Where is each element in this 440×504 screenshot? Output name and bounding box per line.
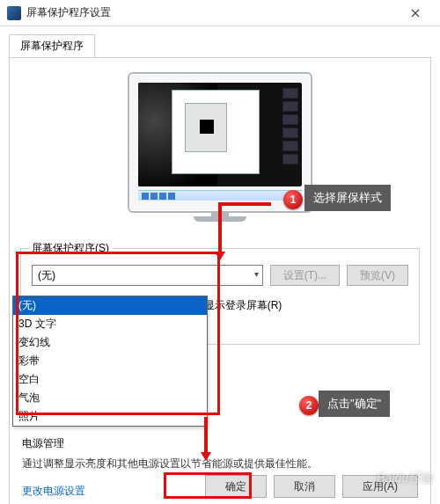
monitor-screen xyxy=(138,83,302,186)
window-title: 屏幕保护程序设置 xyxy=(26,5,398,20)
preview-taskbar xyxy=(138,190,302,201)
titlebar: 屏幕保护程序设置 xyxy=(0,0,440,26)
dropdown-option[interactable]: 照片 xyxy=(13,407,207,426)
power-link[interactable]: 更改电源设置 xyxy=(22,484,318,499)
chevron-down-icon: ▾ xyxy=(254,269,259,279)
preview-window xyxy=(172,90,260,174)
screensaver-combo[interactable]: (无) ▾ xyxy=(32,265,263,286)
preview-inner-window xyxy=(185,103,227,152)
step-badge-2: 2 xyxy=(299,396,319,415)
tab-screensaver[interactable]: 屏幕保护程序 xyxy=(9,34,95,58)
dropdown-option[interactable]: 彩带 xyxy=(13,352,207,370)
close-icon xyxy=(411,9,420,18)
dropdown-option[interactable]: 气泡 xyxy=(13,389,207,407)
preview-thumbnails xyxy=(282,88,298,164)
step-tip-1: 选择屏保样式 xyxy=(304,185,391,211)
group-legend: 屏幕保护程序(S) xyxy=(28,241,113,256)
apply-button[interactable]: 应用(A) xyxy=(342,475,418,498)
step-badge-1: 1 xyxy=(283,190,303,209)
settings-button[interactable]: 设置(T)... xyxy=(270,265,340,286)
dropdown-option[interactable]: 空白 xyxy=(13,370,207,389)
dropdown-option[interactable]: (无) xyxy=(13,296,207,315)
power-desc: 通过调整显示亮度和其他电源设置以节省能源或提供最佳性能。 xyxy=(22,457,318,471)
monitor-stand xyxy=(194,216,246,222)
app-icon xyxy=(7,6,21,20)
step-tip-2: 点击"确定" xyxy=(319,391,390,417)
dropdown-option[interactable]: 3D 文字 xyxy=(13,315,207,333)
power-heading: 电源管理 xyxy=(22,436,318,451)
preview-button[interactable]: 预览(V) xyxy=(347,265,408,286)
combo-value: (无) xyxy=(38,268,55,283)
screensaver-dropdown[interactable]: (无)3D 文字变幻线彩带空白气泡照片 xyxy=(12,296,208,427)
dropdown-option[interactable]: 变幻线 xyxy=(13,333,207,352)
monitor-preview xyxy=(128,72,312,213)
close-button[interactable] xyxy=(398,0,433,26)
tabstrip: 屏幕保护程序 xyxy=(0,26,440,57)
tab-panel: 屏幕保护程序(S) (无) ▾ 设置(T)... 预览(V) 等待(W): 分钟… xyxy=(9,57,431,504)
